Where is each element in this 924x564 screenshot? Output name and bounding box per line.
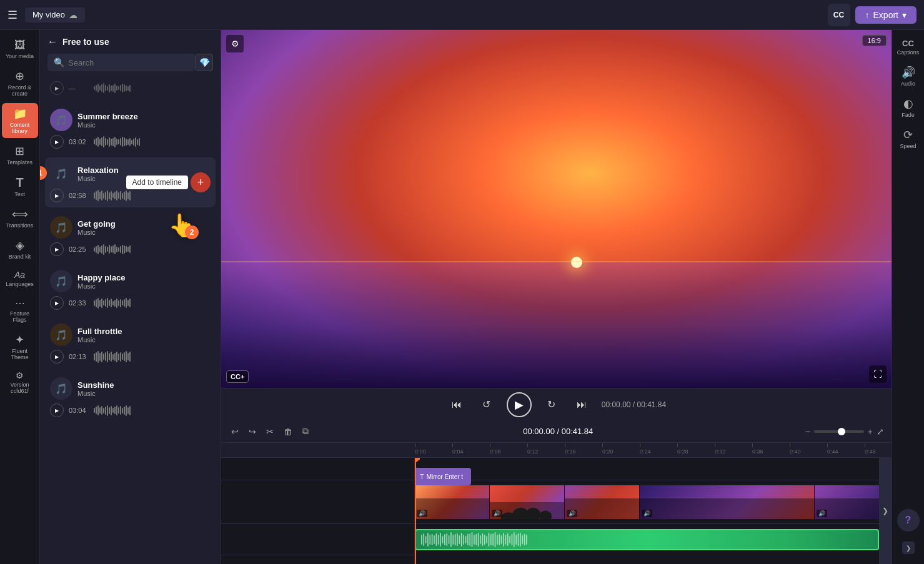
play-button[interactable]: ▶ (50, 189, 64, 202)
cc-overlay-button[interactable]: CC+ (226, 370, 249, 383)
video-sunset (221, 30, 892, 388)
list-item[interactable]: 🎵 Relaxation Music ▶ 02:58 Add to timeli… (45, 157, 216, 207)
copy-button[interactable]: ⧉ (300, 423, 311, 439)
right-tool-fade[interactable]: ◐ Fade (893, 93, 923, 122)
undo-button[interactable]: ↩ (229, 424, 241, 439)
sidebar-item-transitions[interactable]: ⟺ Transitions (2, 204, 38, 232)
redo-button[interactable]: ↪ (246, 424, 259, 439)
sidebar-item-languages[interactable]: Aa Languages (2, 266, 38, 291)
zoom-out-button[interactable]: − (805, 427, 810, 437)
back-button[interactable]: ← (47, 36, 57, 47)
settings-icon-button[interactable]: ⚙ (226, 35, 244, 52)
audio-track-row (415, 524, 879, 555)
add-to-timeline-button[interactable]: + (191, 172, 211, 192)
right-tool-captions[interactable]: CC Captions (893, 35, 923, 59)
ruler-mark: 0:44 (827, 448, 865, 455)
zoom-controls: − + ⤢ (805, 427, 884, 437)
svg-rect-15 (444, 534, 445, 545)
video-water (221, 262, 892, 388)
version-icon: ⚙ (16, 370, 24, 380)
video-clip[interactable]: 🔊 (415, 484, 879, 520)
help-button[interactable]: ? (897, 509, 920, 532)
right-tool-speed[interactable]: ⟳ Speed (893, 124, 923, 153)
sidebar-item-templates[interactable]: ⊞ Templates (2, 141, 38, 169)
my-video-tab[interactable]: My video ☁ (25, 7, 85, 22)
svg-rect-34 (484, 535, 485, 545)
timeline-tracks: T Mirror Enter t 🔊 (221, 458, 892, 564)
search-row: 🔍 💎 (40, 54, 221, 76)
fullscreen-button[interactable]: ⛶ (869, 365, 887, 383)
collapse-button[interactable]: ❯ (902, 542, 915, 554)
hamburger-icon[interactable]: ☰ (7, 8, 17, 22)
svg-rect-35 (486, 536, 487, 543)
cut-button[interactable]: ✂ (264, 424, 276, 439)
video-thumb-1: 🔊 (415, 485, 490, 519)
speed-icon: ⟳ (903, 128, 913, 142)
play-button[interactable]: ▶ (50, 296, 64, 310)
list-item[interactable]: ▶ — (45, 76, 216, 100)
sidebar-item-feature-flags[interactable]: ⋯ FeatureFlags (2, 294, 38, 327)
play-button[interactable]: ▶ (50, 350, 64, 364)
video-horizon (221, 261, 892, 262)
ratio-button[interactable]: 16:9 (862, 35, 887, 46)
music-type: Music (77, 282, 211, 290)
music-info: Sunshine Music (77, 380, 211, 397)
list-item[interactable]: 🎵 Full throttle Music ▶ 02:13 (45, 319, 216, 369)
text-clip-label: Mirror Enter t (427, 473, 463, 480)
svg-rect-12 (438, 535, 439, 545)
export-button[interactable]: ↑ Export ▾ (855, 6, 917, 24)
sidebar-item-label: Text (14, 191, 25, 197)
audio-icon: 🔊 (902, 66, 915, 79)
sidebar-item-content-library[interactable]: 📁 Contentlibrary (2, 103, 38, 138)
play-button[interactable]: ▶ (50, 242, 64, 256)
sidebar-item-your-media[interactable]: 🖼 Your media (2, 35, 38, 63)
ruler-mark: 0:04 (452, 448, 490, 455)
ruler-mark: 0:16 (565, 448, 602, 455)
play-pause-button[interactable]: ▶ (507, 392, 532, 417)
expand-timeline-button[interactable]: ⤢ (877, 427, 884, 437)
waveform (94, 297, 211, 309)
cc-overlay: CC+ (226, 370, 249, 383)
list-item[interactable]: 🎵 Get going Music ▶ 02:25 (45, 211, 216, 261)
premium-icon[interactable]: 💎 (196, 54, 213, 71)
list-item[interactable]: 🎵 Happy place Music ▶ 02:33 (45, 265, 216, 315)
top-bar: ☰ My video ☁ CC ↑ Export ▾ (0, 0, 924, 30)
panel-collapse-button[interactable]: ❯ (879, 458, 892, 564)
timeline-content[interactable]: T Mirror Enter t 🔊 (415, 458, 879, 564)
skip-back-button[interactable]: ⏮ (447, 395, 467, 415)
rewind-button[interactable]: ↺ (477, 395, 497, 415)
svg-point-3 (539, 510, 552, 519)
svg-rect-21 (457, 533, 458, 546)
cc-button[interactable]: CC (828, 4, 850, 26)
list-item[interactable]: 🎵 Summer breeze Music ▶ 03:02 (45, 104, 216, 154)
delete-button[interactable]: 🗑 (281, 424, 295, 439)
list-item[interactable]: 🎵 Sunshine Music ▶ 03:04 (45, 372, 216, 422)
zoom-in-button[interactable]: + (868, 427, 873, 437)
video-thumb-5: 🔊 (815, 485, 879, 519)
zoom-slider[interactable] (814, 430, 864, 433)
sidebar-item-record-create[interactable]: ⊕ Record &create (2, 66, 38, 101)
sidebar-item-fluent-theme[interactable]: ✦ FluentTheme (2, 329, 38, 364)
audio-clip[interactable] (415, 529, 879, 550)
svg-point-2 (526, 508, 541, 519)
play-button[interactable]: ▶ (50, 81, 64, 95)
play-button[interactable]: ▶ (50, 135, 64, 149)
svg-rect-24 (463, 535, 464, 545)
search-input[interactable] (68, 58, 189, 67)
music-name: Relaxation (77, 166, 183, 175)
waveform (94, 82, 211, 94)
volume-icon: 🔊 (642, 510, 652, 517)
playback-controls: ⏮ ↺ ▶ ↻ ⏭ 00:00.00 / 00:41.84 (221, 388, 892, 420)
sidebar-item-version[interactable]: ⚙ Versionccfd61f (2, 367, 38, 398)
skip-forward-button[interactable]: ⏭ (572, 395, 592, 415)
volume-icon: 🔊 (417, 510, 427, 517)
export-up-icon: ↑ (865, 10, 870, 20)
svg-rect-47 (512, 534, 513, 545)
play-button[interactable]: ▶ (50, 403, 64, 417)
sidebar-item-text[interactable]: T Text (2, 172, 38, 201)
svg-rect-37 (490, 534, 492, 545)
svg-rect-53 (524, 534, 525, 545)
right-tool-audio[interactable]: 🔊 Audio (893, 62, 923, 91)
sidebar-item-brand-kit[interactable]: ◈ Brand kit (2, 235, 38, 264)
forward-button[interactable]: ↻ (542, 395, 562, 415)
